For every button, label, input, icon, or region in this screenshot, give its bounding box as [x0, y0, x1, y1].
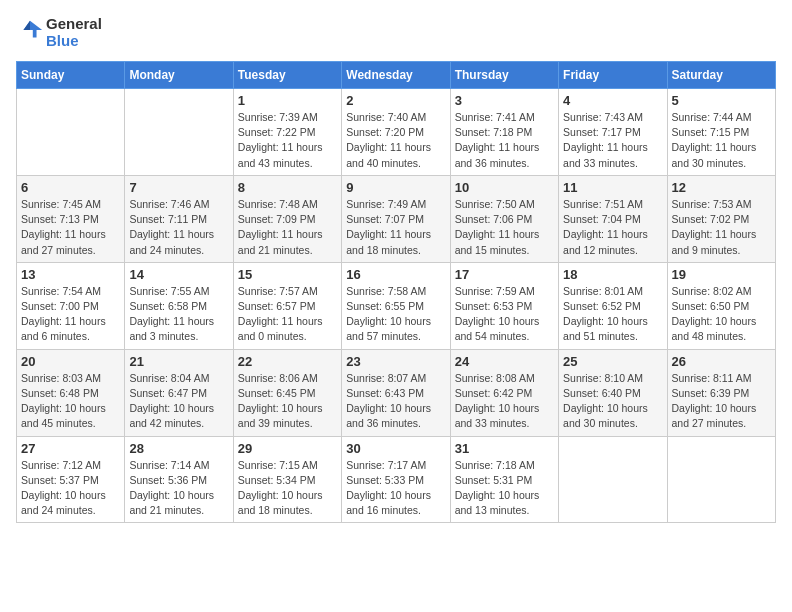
calendar-cell: 8Sunrise: 7:48 AMSunset: 7:09 PMDaylight… [233, 175, 341, 262]
day-number: 2 [346, 93, 445, 108]
day-info: Sunrise: 8:11 AMSunset: 6:39 PMDaylight:… [672, 371, 771, 432]
calendar-cell: 21Sunrise: 8:04 AMSunset: 6:47 PMDayligh… [125, 349, 233, 436]
day-number: 6 [21, 180, 120, 195]
calendar-cell: 25Sunrise: 8:10 AMSunset: 6:40 PMDayligh… [559, 349, 667, 436]
day-info: Sunrise: 8:01 AMSunset: 6:52 PMDaylight:… [563, 284, 662, 345]
day-number: 25 [563, 354, 662, 369]
logo-icon [16, 17, 44, 45]
day-info: Sunrise: 7:18 AMSunset: 5:31 PMDaylight:… [455, 458, 554, 519]
day-info: Sunrise: 7:40 AMSunset: 7:20 PMDaylight:… [346, 110, 445, 171]
page-header: General Blue [16, 16, 776, 49]
day-number: 16 [346, 267, 445, 282]
column-header-tuesday: Tuesday [233, 62, 341, 89]
calendar-cell: 29Sunrise: 7:15 AMSunset: 5:34 PMDayligh… [233, 436, 341, 523]
day-info: Sunrise: 7:48 AMSunset: 7:09 PMDaylight:… [238, 197, 337, 258]
day-info: Sunrise: 7:39 AMSunset: 7:22 PMDaylight:… [238, 110, 337, 171]
day-number: 30 [346, 441, 445, 456]
day-number: 31 [455, 441, 554, 456]
day-number: 23 [346, 354, 445, 369]
calendar-cell: 27Sunrise: 7:12 AMSunset: 5:37 PMDayligh… [17, 436, 125, 523]
day-info: Sunrise: 7:55 AMSunset: 6:58 PMDaylight:… [129, 284, 228, 345]
day-number: 13 [21, 267, 120, 282]
day-info: Sunrise: 8:10 AMSunset: 6:40 PMDaylight:… [563, 371, 662, 432]
calendar-cell: 9Sunrise: 7:49 AMSunset: 7:07 PMDaylight… [342, 175, 450, 262]
calendar-cell: 22Sunrise: 8:06 AMSunset: 6:45 PMDayligh… [233, 349, 341, 436]
calendar-week-row: 27Sunrise: 7:12 AMSunset: 5:37 PMDayligh… [17, 436, 776, 523]
day-info: Sunrise: 8:02 AMSunset: 6:50 PMDaylight:… [672, 284, 771, 345]
day-number: 20 [21, 354, 120, 369]
calendar-cell: 30Sunrise: 7:17 AMSunset: 5:33 PMDayligh… [342, 436, 450, 523]
day-info: Sunrise: 7:17 AMSunset: 5:33 PMDaylight:… [346, 458, 445, 519]
day-number: 1 [238, 93, 337, 108]
calendar-cell: 28Sunrise: 7:14 AMSunset: 5:36 PMDayligh… [125, 436, 233, 523]
day-number: 5 [672, 93, 771, 108]
calendar-cell: 7Sunrise: 7:46 AMSunset: 7:11 PMDaylight… [125, 175, 233, 262]
day-info: Sunrise: 7:50 AMSunset: 7:06 PMDaylight:… [455, 197, 554, 258]
calendar-week-row: 1Sunrise: 7:39 AMSunset: 7:22 PMDaylight… [17, 89, 776, 176]
column-header-thursday: Thursday [450, 62, 558, 89]
calendar-cell: 23Sunrise: 8:07 AMSunset: 6:43 PMDayligh… [342, 349, 450, 436]
day-info: Sunrise: 7:15 AMSunset: 5:34 PMDaylight:… [238, 458, 337, 519]
calendar-cell: 12Sunrise: 7:53 AMSunset: 7:02 PMDayligh… [667, 175, 775, 262]
day-info: Sunrise: 8:07 AMSunset: 6:43 PMDaylight:… [346, 371, 445, 432]
calendar-cell [17, 89, 125, 176]
calendar-cell [667, 436, 775, 523]
column-header-wednesday: Wednesday [342, 62, 450, 89]
day-info: Sunrise: 7:43 AMSunset: 7:17 PMDaylight:… [563, 110, 662, 171]
calendar-cell: 26Sunrise: 8:11 AMSunset: 6:39 PMDayligh… [667, 349, 775, 436]
day-number: 3 [455, 93, 554, 108]
day-number: 21 [129, 354, 228, 369]
day-number: 29 [238, 441, 337, 456]
logo-text-blue: Blue [46, 33, 102, 50]
day-info: Sunrise: 8:03 AMSunset: 6:48 PMDaylight:… [21, 371, 120, 432]
day-number: 14 [129, 267, 228, 282]
calendar-cell: 3Sunrise: 7:41 AMSunset: 7:18 PMDaylight… [450, 89, 558, 176]
day-number: 7 [129, 180, 228, 195]
column-header-saturday: Saturday [667, 62, 775, 89]
logo-text-general: General [46, 16, 102, 33]
day-info: Sunrise: 7:41 AMSunset: 7:18 PMDaylight:… [455, 110, 554, 171]
day-info: Sunrise: 7:59 AMSunset: 6:53 PMDaylight:… [455, 284, 554, 345]
calendar-cell: 6Sunrise: 7:45 AMSunset: 7:13 PMDaylight… [17, 175, 125, 262]
day-number: 11 [563, 180, 662, 195]
calendar-cell: 16Sunrise: 7:58 AMSunset: 6:55 PMDayligh… [342, 262, 450, 349]
calendar-cell: 24Sunrise: 8:08 AMSunset: 6:42 PMDayligh… [450, 349, 558, 436]
day-info: Sunrise: 8:06 AMSunset: 6:45 PMDaylight:… [238, 371, 337, 432]
calendar-cell: 4Sunrise: 7:43 AMSunset: 7:17 PMDaylight… [559, 89, 667, 176]
calendar-cell: 13Sunrise: 7:54 AMSunset: 7:00 PMDayligh… [17, 262, 125, 349]
column-header-monday: Monday [125, 62, 233, 89]
calendar-header-row: SundayMondayTuesdayWednesdayThursdayFrid… [17, 62, 776, 89]
day-number: 12 [672, 180, 771, 195]
calendar-cell: 31Sunrise: 7:18 AMSunset: 5:31 PMDayligh… [450, 436, 558, 523]
day-number: 15 [238, 267, 337, 282]
column-header-friday: Friday [559, 62, 667, 89]
calendar-week-row: 13Sunrise: 7:54 AMSunset: 7:00 PMDayligh… [17, 262, 776, 349]
column-header-sunday: Sunday [17, 62, 125, 89]
calendar-cell: 20Sunrise: 8:03 AMSunset: 6:48 PMDayligh… [17, 349, 125, 436]
day-info: Sunrise: 7:12 AMSunset: 5:37 PMDaylight:… [21, 458, 120, 519]
calendar-cell: 14Sunrise: 7:55 AMSunset: 6:58 PMDayligh… [125, 262, 233, 349]
day-info: Sunrise: 8:04 AMSunset: 6:47 PMDaylight:… [129, 371, 228, 432]
calendar-cell: 19Sunrise: 8:02 AMSunset: 6:50 PMDayligh… [667, 262, 775, 349]
calendar-cell [559, 436, 667, 523]
day-number: 9 [346, 180, 445, 195]
day-number: 17 [455, 267, 554, 282]
calendar-cell: 10Sunrise: 7:50 AMSunset: 7:06 PMDayligh… [450, 175, 558, 262]
day-info: Sunrise: 7:49 AMSunset: 7:07 PMDaylight:… [346, 197, 445, 258]
calendar-week-row: 20Sunrise: 8:03 AMSunset: 6:48 PMDayligh… [17, 349, 776, 436]
day-number: 27 [21, 441, 120, 456]
day-number: 24 [455, 354, 554, 369]
calendar-cell: 17Sunrise: 7:59 AMSunset: 6:53 PMDayligh… [450, 262, 558, 349]
calendar-cell [125, 89, 233, 176]
day-number: 22 [238, 354, 337, 369]
svg-marker-1 [23, 20, 30, 29]
calendar-week-row: 6Sunrise: 7:45 AMSunset: 7:13 PMDaylight… [17, 175, 776, 262]
logo: General Blue [16, 16, 102, 49]
day-info: Sunrise: 7:54 AMSunset: 7:00 PMDaylight:… [21, 284, 120, 345]
day-info: Sunrise: 7:46 AMSunset: 7:11 PMDaylight:… [129, 197, 228, 258]
day-info: Sunrise: 7:57 AMSunset: 6:57 PMDaylight:… [238, 284, 337, 345]
day-info: Sunrise: 7:45 AMSunset: 7:13 PMDaylight:… [21, 197, 120, 258]
day-info: Sunrise: 8:08 AMSunset: 6:42 PMDaylight:… [455, 371, 554, 432]
day-number: 10 [455, 180, 554, 195]
calendar-cell: 18Sunrise: 8:01 AMSunset: 6:52 PMDayligh… [559, 262, 667, 349]
